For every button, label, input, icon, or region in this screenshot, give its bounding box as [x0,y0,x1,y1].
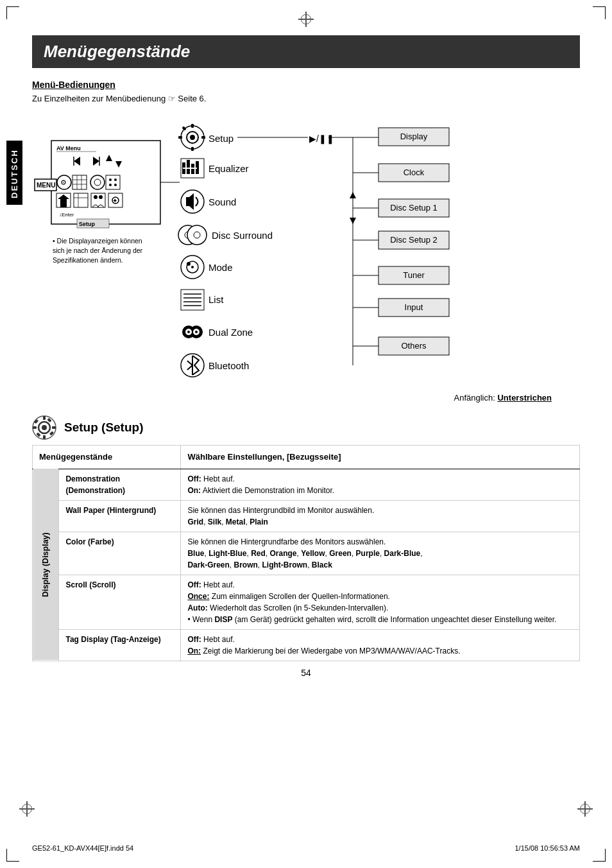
table-header-items: Menügegenstände [33,446,181,469]
svg-text:Bluetooth: Bluetooth [208,360,249,371]
item-cell-wallpaper: Wall Paper (Hintergrund) [59,500,181,532]
table-row: Display (Display) Demonstration(Demonstr… [33,469,580,500]
svg-point-21 [114,178,117,181]
svg-text:sich je nach der Änderung der: sich je nach der Änderung der [53,247,143,254]
svg-point-70 [187,262,191,266]
table-row: Scroll (Scroll) Off: Hebt auf. Once: Zum… [33,575,580,629]
svg-point-23 [114,184,117,186]
svg-point-83 [187,331,190,333]
footer-right: 1/15/08 10:56:53 AM [514,844,580,852]
svg-rect-119 [43,435,46,439]
svg-text:▶/❚❚: ▶/❚❚ [309,134,334,144]
svg-text:⚙: ⚙ [60,178,67,186]
full-diagram: AV Menu ⚙ [32,115,558,403]
svg-rect-49 [191,147,194,151]
svg-point-32 [99,195,103,199]
setup-gear-icon [32,415,56,440]
svg-text:• Die Displayanzeigen können: • Die Displayanzeigen können [53,237,142,245]
svg-rect-26 [60,199,67,207]
table-row: Color (Farbe) Sie können die Hintergrund… [33,532,580,575]
svg-rect-73 [181,290,204,310]
svg-rect-59 [183,168,197,169]
svg-point-20 [109,178,112,181]
table-row: Tag Display (Tag-Anzeige) Off: Hebt auf.… [33,629,580,661]
svg-text:List: List [208,294,224,305]
title-banner: Menügegenstände [32,35,580,68]
settings-table: Menügegenstände Wählbare Einstellungen, … [32,445,580,661]
svg-point-22 [109,184,112,186]
item-cell-tagdisplay: Tag Display (Tag-Anzeige) [59,629,181,661]
svg-rect-122 [34,419,38,424]
setup-title: Setup (Setup) [64,421,144,435]
value-cell-tagdisplay: Off: Hebt auf. On: Zeigt die Markierung … [181,629,580,661]
svg-rect-48 [191,124,194,128]
table-header-row: Menügegenstände Wählbare Einstellungen, … [33,446,580,469]
table-header-settings: Wählbare Einstellungen, [Bezugsseite] [181,446,580,469]
svg-rect-118 [43,416,46,420]
svg-point-31 [94,195,98,199]
svg-text:MENU: MENU [37,182,55,189]
svg-rect-121 [52,426,56,429]
svg-text:Mode: Mode [208,262,233,273]
setup-section-header: Setup (Setup) [32,415,580,440]
footer-left: GE52-61_KD-AVX44[E]f.indd 54 [32,844,133,852]
svg-marker-99 [350,192,356,198]
svg-text:Others: Others [401,341,427,351]
value-cell-demonstration: Off: Hebt auf. On: Aktiviert die Demonst… [181,469,580,500]
diagram-svg: AV Menu ⚙ [32,115,558,397]
category-cell: Display (Display) [33,469,59,661]
svg-text:Setup: Setup [79,221,96,227]
svg-rect-12 [72,175,87,189]
svg-text:Dual Zone: Dual Zone [208,327,253,338]
svg-rect-27 [74,193,88,207]
svg-text:Disc Setup 1: Disc Setup 1 [390,203,438,213]
svg-text:Clock: Clock [404,168,425,177]
section-heading: Menü-Bedienungen [32,80,580,90]
svg-text:↓Enter: ↓Enter [59,212,74,218]
crosshair-bl [19,801,35,817]
svg-rect-51 [201,136,205,139]
svg-point-17 [90,175,105,189]
svg-rect-50 [178,136,182,139]
svg-text:Disc Surround: Disc Surround [212,230,273,241]
page-title: Menügegenstände [44,42,568,62]
value-cell-scroll: Off: Hebt auf. Once: Zum einmaligen Scro… [181,575,580,629]
deutsch-sidebar: DEUTSCH [6,141,22,205]
svg-point-84 [195,331,198,333]
svg-point-47 [190,135,195,140]
item-cell-scroll: Scroll (Scroll) [59,575,181,629]
svg-text:Input: Input [405,302,423,312]
svg-text:Sound: Sound [208,196,236,207]
diagram-section: DEUTSCH AV Menu [32,115,580,403]
reg-mark-tr [593,6,606,19]
table-row: Wall Paper (Hintergrund) Sie können das … [33,500,580,532]
svg-rect-30 [91,193,105,207]
svg-text:Display: Display [400,132,428,141]
crosshair-top [298,12,314,27]
svg-marker-100 [350,218,356,224]
svg-rect-19 [106,175,120,189]
section-intro: Zu Einzelheiten zur Menübedienung ☞ Seit… [32,94,580,103]
svg-text:Spezifikationen ändern.: Spezifikationen ändern. [53,256,123,264]
svg-text:✦: ✦ [112,197,117,204]
crosshair-br [577,801,593,817]
svg-point-71 [191,266,194,268]
item-cell-color: Color (Farbe) [59,532,181,575]
value-cell-wallpaper: Sie können das Hintergrundbild im Monito… [181,500,580,532]
svg-text:AV Menu: AV Menu [56,145,81,152]
svg-point-65 [187,225,207,245]
page-content: Menügegenstände Menü-Bedienungen Zu Einz… [0,0,612,697]
svg-text:Equalizer: Equalizer [208,163,249,174]
svg-text:Tuner: Tuner [403,270,425,280]
svg-text:Disc Setup 2: Disc Setup 2 [390,235,438,245]
value-cell-color: Sie können die Hintergrundfarbe des Moni… [181,532,580,575]
svg-rect-56 [187,160,190,174]
reg-mark-tl [6,6,19,19]
page-number: 54 [32,668,580,678]
item-cell-demonstration: Demonstration(Demonstration) [59,469,181,500]
page-footer: GE52-61_KD-AVX44[E]f.indd 54 1/15/08 10:… [0,844,612,852]
svg-rect-120 [33,426,37,429]
svg-point-117 [42,425,47,430]
svg-text:Setup: Setup [208,133,234,144]
